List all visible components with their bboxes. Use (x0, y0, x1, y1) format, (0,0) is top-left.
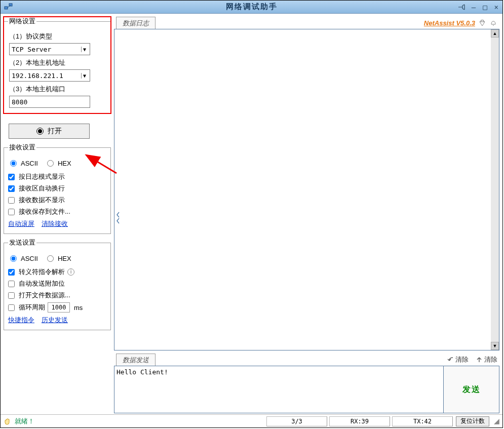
protocol-label: （1）协议类型 (9, 32, 106, 41)
loop-interval-input[interactable] (48, 302, 70, 313)
history-send-link[interactable]: 历史发送 (42, 316, 68, 325)
scroll-up-icon[interactable]: ▲ (491, 29, 499, 37)
svg-marker-3 (480, 22, 485, 26)
host-value: 192.168.221.1 (12, 72, 63, 80)
status-ready: 就绪！ (15, 417, 34, 426)
send-input[interactable] (114, 366, 444, 413)
dropdown-arrow-icon: ▼ (81, 47, 88, 52)
right-pane: 数据日志 NetAssist V5.0.3 ▲ ▼ (114, 17, 499, 413)
send-hex-radio[interactable]: HEX (47, 255, 71, 262)
hand-icon (4, 417, 12, 425)
loop-send-checkbox[interactable]: 循环周期 ms (8, 302, 106, 313)
port-input[interactable] (9, 96, 90, 108)
protocol-value: TCP Server (12, 46, 51, 53)
resize-grip-icon[interactable]: ◢ (492, 418, 499, 425)
receive-settings-group: 接收设置 ASCII HEX 按日志模式显示 接收区自动换行 接收数据不显示 接… (4, 143, 111, 234)
status-counter: 3/3 (266, 416, 327, 426)
open-file-src-checkbox[interactable]: 打开文件数据源... (8, 291, 106, 300)
receive-settings-legend: 接收设置 (8, 143, 36, 152)
app-icon (3, 2, 15, 12)
log-mode-checkbox[interactable]: 按日志模式显示 (8, 172, 106, 181)
clear-action-2[interactable]: 清除 (476, 355, 497, 364)
vertical-scrollbar[interactable]: ▲ ▼ (491, 29, 499, 350)
auto-scroll-link[interactable]: 自动滚屏 (8, 219, 34, 228)
reset-counter-button[interactable]: 复位计数 (456, 416, 489, 426)
host-select[interactable]: 192.168.221.1 ▼ (9, 69, 90, 82)
close-button[interactable]: × (492, 3, 500, 11)
send-ascii-radio[interactable]: ASCII (10, 255, 38, 262)
log-area: ▲ ▼ (114, 29, 499, 350)
save-to-file-checkbox[interactable]: 接收保存到文件... (8, 207, 106, 216)
status-rx: RX:39 (329, 416, 390, 426)
hide-recv-checkbox[interactable]: 接收数据不显示 (8, 196, 106, 205)
clear-action-1[interactable]: 清除 (447, 355, 469, 364)
info-icon[interactable]: i (67, 268, 74, 276)
titlebar: 网络调试助手 — □ × (1, 1, 502, 14)
left-pane: 网络设置 （1）协议类型 TCP Server ▼ （2）本地主机地址 192.… (4, 17, 111, 413)
open-button-label: 打开 (48, 127, 62, 136)
escape-parse-checkbox[interactable]: 转义符指令解析 i (8, 267, 106, 277)
auto-append-checkbox[interactable]: 自动发送附加位 (8, 279, 106, 288)
status-tx: TX:42 (392, 416, 453, 426)
splitter-handle-icon[interactable] (115, 211, 121, 225)
open-button[interactable]: 打开 (9, 124, 90, 139)
minimize-button[interactable]: — (470, 3, 478, 11)
svg-rect-0 (5, 7, 8, 9)
log-content[interactable] (114, 29, 491, 350)
loop-unit: ms (74, 304, 83, 311)
network-settings-legend: 网络设置 (8, 17, 36, 26)
auto-wrap-checkbox[interactable]: 接收区自动换行 (8, 184, 106, 193)
statusbar: 就绪！ 3/3 RX:39 TX:42 复位计数 ◢ (1, 414, 502, 427)
quick-cmd-link[interactable]: 快捷指令 (8, 316, 34, 325)
send-button[interactable]: 发送 (444, 366, 499, 413)
up-arrow-icon (476, 356, 483, 363)
network-settings-group: 网络设置 （1）协议类型 TCP Server ▼ （2）本地主机地址 192.… (4, 17, 111, 113)
send-title: 数据发送 (116, 354, 156, 366)
log-title: 数据日志 (116, 17, 156, 29)
undo-arrow-icon (447, 356, 454, 363)
window-title: 网络调试助手 (226, 2, 278, 12)
send-settings-legend: 发送设置 (8, 238, 36, 247)
recv-hex-radio[interactable]: HEX (47, 160, 71, 167)
dropdown-arrow-icon: ▼ (81, 73, 88, 79)
status-dot-icon (36, 128, 44, 135)
recv-ascii-radio[interactable]: ASCII (10, 160, 38, 167)
brand-link[interactable]: NetAssist V5.0.3 (424, 19, 475, 27)
clear-recv-link[interactable]: 清除接收 (42, 219, 68, 228)
scroll-down-icon[interactable]: ▼ (491, 342, 499, 350)
port-label: （3）本地主机端口 (9, 85, 106, 94)
scroll-track[interactable] (491, 37, 499, 342)
host-label: （2）本地主机地址 (9, 58, 106, 67)
bell-icon (489, 19, 497, 26)
pin-icon[interactable] (457, 4, 467, 11)
send-settings-group: 发送设置 ASCII HEX 转义符指令解析 i 自动发送附加位 打开文件数据源… (4, 238, 111, 330)
maximize-button[interactable]: □ (481, 3, 489, 11)
diamond-icon (478, 19, 486, 26)
protocol-select[interactable]: TCP Server ▼ (9, 43, 90, 55)
